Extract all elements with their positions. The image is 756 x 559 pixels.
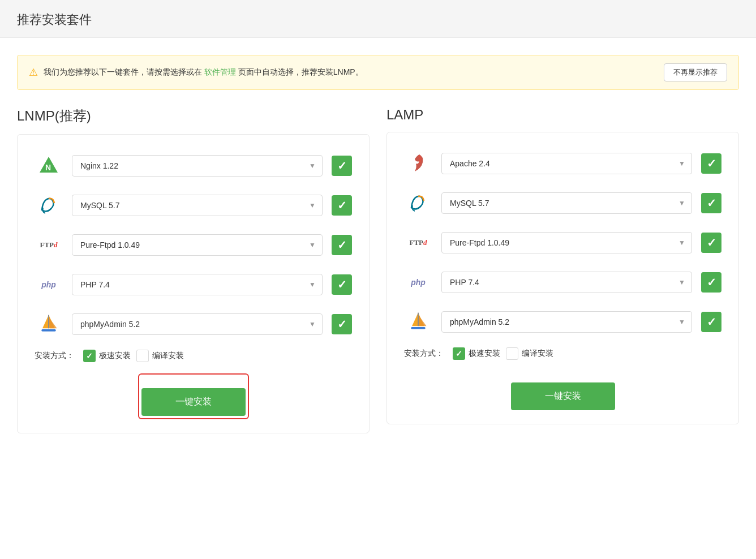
lnmp-mysql-checkbox[interactable]: ✓	[332, 195, 352, 216]
mysql-icon	[404, 189, 432, 217]
lnmp-compile-install-item: 编译安装	[136, 350, 184, 362]
php-icon: php	[35, 270, 63, 299]
lnmp-compile-install-label: 编译安装	[152, 351, 184, 361]
lamp-apache-row: Apache 2.4 Apache 2.2 ▼ ✓	[404, 149, 721, 178]
lamp-fast-install-checkbox[interactable]: ✓	[453, 347, 465, 360]
svg-rect-9	[418, 313, 419, 326]
lnmp-phpmyadmin-select-wrapper: phpMyAdmin 5.2 phpMyAdmin 5.1 phpMyAdmin…	[72, 313, 323, 335]
lamp-php-checkbox[interactable]: ✓	[701, 272, 721, 293]
svg-rect-5	[48, 315, 49, 329]
lamp-ftpd-select[interactable]: Pure-Ftpd 1.0.49 Pure-Ftpd 1.0.47	[441, 232, 692, 253]
lnmp-mysql-select-wrapper: MySQL 5.7 MySQL 8.0 MySQL 5.6 ▼	[72, 195, 323, 216]
lamp-column: LAMP Apache 2.4 Apache 2.2	[386, 107, 739, 433]
lamp-phpmyadmin-checkbox[interactable]: ✓	[701, 312, 721, 332]
lnmp-php-select[interactable]: PHP 7.4 PHP 8.0 PHP 8.1 PHP 7.3	[72, 274, 323, 295]
page-title: 推荐安装套件	[17, 11, 739, 28]
lamp-phpmyadmin-select[interactable]: phpMyAdmin 5.2 phpMyAdmin 5.1 phpMyAdmin…	[441, 311, 692, 333]
lnmp-phpmyadmin-select[interactable]: phpMyAdmin 5.2 phpMyAdmin 5.1 phpMyAdmin…	[72, 313, 323, 335]
lamp-compile-install-checkbox[interactable]	[506, 347, 518, 360]
lamp-php-row: php PHP 7.4 PHP 8.0 PHP 8.1 PHP 7.3 ▼ ✓	[404, 268, 721, 296]
lamp-card: Apache 2.4 Apache 2.2 ▼ ✓	[386, 132, 739, 424]
lamp-php-select[interactable]: PHP 7.4 PHP 8.0 PHP 8.1 PHP 7.3	[441, 272, 692, 293]
lnmp-install-button[interactable]: 一键安装	[141, 388, 246, 416]
lamp-php-select-wrapper: PHP 7.4 PHP 8.0 PHP 8.1 PHP 7.3 ▼	[441, 272, 692, 293]
lamp-ftpd-select-wrapper: Pure-Ftpd 1.0.49 Pure-Ftpd 1.0.47 ▼	[441, 232, 692, 253]
mysql-icon	[35, 191, 63, 220]
lnmp-nginx-checkbox[interactable]: ✓	[332, 156, 352, 176]
phpmyadmin-icon	[35, 310, 63, 338]
lamp-mysql-checkbox[interactable]: ✓	[701, 193, 721, 213]
lamp-apache-select[interactable]: Apache 2.4 Apache 2.2	[441, 153, 692, 174]
lnmp-phpmyadmin-row: phpMyAdmin 5.2 phpMyAdmin 5.1 phpMyAdmin…	[35, 310, 352, 338]
alert-text: 我们为您推荐以下一键套件，请按需选择或在 软件管理 页面中自动选择，推荐安装LN…	[44, 67, 652, 78]
lnmp-ftpd-select-wrapper: Pure-Ftpd 1.0.49 Pure-Ftpd 1.0.47 ▼	[72, 234, 323, 256]
php-icon: php	[404, 268, 432, 296]
nginx-icon: N	[35, 152, 63, 180]
lnmp-ftpd-row: FTPd Pure-Ftpd 1.0.49 Pure-Ftpd 1.0.47 ▼…	[35, 231, 352, 259]
ftpd-icon: FTPd	[404, 229, 432, 257]
lnmp-php-select-wrapper: PHP 7.4 PHP 8.0 PHP 8.1 PHP 7.3 ▼	[72, 274, 323, 295]
lamp-mysql-row: MySQL 5.7 MySQL 8.0 MySQL 5.6 ▼ ✓	[404, 189, 721, 217]
lnmp-nginx-select[interactable]: Nginx 1.22 Nginx 1.20 Nginx 1.18	[72, 155, 323, 177]
lamp-ftpd-checkbox[interactable]: ✓	[701, 233, 721, 253]
lnmp-php-row: php PHP 7.4 PHP 8.0 PHP 8.1 PHP 7.3 ▼ ✓	[35, 270, 352, 299]
lnmp-column: LNMP(推荐) N Nginx 1.22 Nginx 1.20	[17, 107, 370, 433]
lnmp-method-label: 安装方式：	[35, 351, 74, 361]
lamp-apache-select-wrapper: Apache 2.4 Apache 2.2 ▼	[441, 153, 692, 174]
lamp-install-method: 安装方式： ✓ 极速安装 编译安装	[404, 347, 721, 360]
apache-icon	[404, 149, 432, 178]
lnmp-php-checkbox[interactable]: ✓	[332, 274, 352, 295]
lamp-method-label: 安装方式：	[404, 349, 444, 359]
svg-rect-4	[41, 329, 55, 332]
lamp-install-button[interactable]: 一键安装	[511, 382, 615, 410]
lamp-title: LAMP	[386, 107, 739, 123]
lamp-fast-install-item: ✓ 极速安装	[453, 347, 500, 360]
svg-rect-8	[411, 327, 425, 329]
lamp-install-btn-wrapper: 一键安装	[404, 371, 721, 410]
lnmp-btn-highlight: 一键安装	[138, 373, 249, 419]
lnmp-nginx-row: N Nginx 1.22 Nginx 1.20 Nginx 1.18 ▼ ✓	[35, 152, 352, 180]
lnmp-mysql-row: MySQL 5.7 MySQL 8.0 MySQL 5.6 ▼ ✓	[35, 191, 352, 220]
lnmp-mysql-select[interactable]: MySQL 5.7 MySQL 8.0 MySQL 5.6	[72, 195, 323, 216]
lamp-mysql-select[interactable]: MySQL 5.7 MySQL 8.0 MySQL 5.6	[441, 192, 692, 214]
lamp-phpmyadmin-select-wrapper: phpMyAdmin 5.2 phpMyAdmin 5.1 phpMyAdmin…	[441, 311, 692, 333]
lnmp-compile-install-checkbox[interactable]	[136, 350, 149, 362]
lnmp-nginx-select-wrapper: Nginx 1.22 Nginx 1.20 Nginx 1.18 ▼	[72, 155, 323, 177]
lnmp-ftpd-select[interactable]: Pure-Ftpd 1.0.49 Pure-Ftpd 1.0.47	[72, 234, 323, 256]
svg-text:N: N	[45, 163, 51, 172]
lamp-fast-install-label: 极速安装	[469, 349, 500, 359]
lnmp-card: N Nginx 1.22 Nginx 1.20 Nginx 1.18 ▼ ✓	[17, 134, 370, 433]
stacks-container: LNMP(推荐) N Nginx 1.22 Nginx 1.20	[17, 107, 739, 433]
phpmyadmin-icon	[404, 308, 432, 336]
ftpd-icon: FTPd	[35, 231, 63, 259]
lamp-mysql-select-wrapper: MySQL 5.7 MySQL 8.0 MySQL 5.6 ▼	[441, 192, 692, 214]
lamp-ftpd-row: FTPd Pure-Ftpd 1.0.49 Pure-Ftpd 1.0.47 ▼…	[404, 229, 721, 257]
lamp-compile-install-item: 编译安装	[506, 347, 553, 360]
lnmp-title: LNMP(推荐)	[17, 107, 370, 125]
lnmp-install-method: 安装方式： ✓ 极速安装 编译安装	[35, 350, 352, 362]
warning-icon: ⚠	[29, 66, 38, 79]
lnmp-ftpd-checkbox[interactable]: ✓	[332, 235, 352, 255]
alert-banner: ⚠ 我们为您推荐以下一键套件，请按需选择或在 软件管理 页面中自动选择，推荐安装…	[17, 55, 739, 90]
lnmp-phpmyadmin-checkbox[interactable]: ✓	[332, 314, 352, 334]
lnmp-fast-install-label: 极速安装	[99, 351, 131, 361]
lamp-compile-install-label: 编译安装	[522, 349, 553, 359]
lnmp-install-btn-wrapper: 一键安装	[35, 373, 352, 419]
dismiss-button[interactable]: 不再显示推荐	[664, 63, 727, 81]
lnmp-fast-install-item: ✓ 极速安装	[83, 350, 131, 362]
lamp-phpmyadmin-row: phpMyAdmin 5.2 phpMyAdmin 5.1 phpMyAdmin…	[404, 308, 721, 336]
lamp-apache-checkbox[interactable]: ✓	[701, 153, 721, 174]
lnmp-fast-install-checkbox[interactable]: ✓	[83, 350, 96, 362]
